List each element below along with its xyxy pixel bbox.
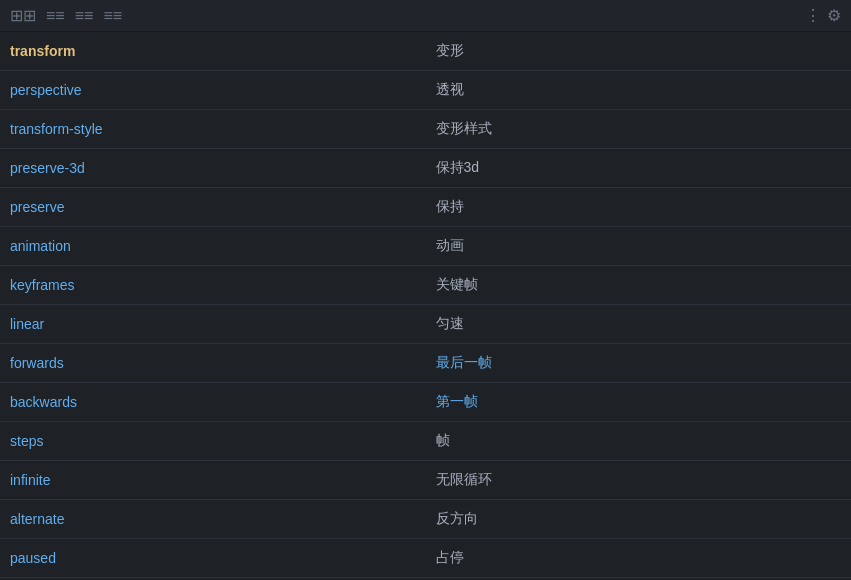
- table-row: forwards最后一帧: [0, 344, 851, 383]
- table-row: keyframes关键帧: [0, 266, 851, 305]
- keyword-cell: alternate: [0, 500, 426, 539]
- more-icon[interactable]: ⋮: [805, 6, 821, 25]
- vocabulary-table: transform变形perspective透视transform-style变…: [0, 32, 851, 580]
- table-row: preserve-3d保持3d: [0, 149, 851, 188]
- table-row: linear匀速: [0, 305, 851, 344]
- settings-icon[interactable]: ⚙: [827, 6, 841, 25]
- grid-icon[interactable]: ⊞: [10, 6, 36, 25]
- table-row: alternate反方向: [0, 500, 851, 539]
- table-row: animation动画: [0, 227, 851, 266]
- translation-cell: 反方向: [426, 500, 852, 539]
- toolbar: ⊞ ≡ ≡ ≡ ⋮ ⚙: [0, 0, 851, 32]
- translation-cell: 无限循环: [426, 461, 852, 500]
- toolbar-right: ⋮ ⚙: [805, 6, 841, 25]
- translation-cell: 保持: [426, 188, 852, 227]
- keyword-cell: keyframes: [0, 266, 426, 305]
- list3-icon[interactable]: ≡: [103, 7, 122, 25]
- table-row: paused占停: [0, 539, 851, 578]
- translation-cell: 保持3d: [426, 149, 852, 188]
- table-row: perspective透视: [0, 71, 851, 110]
- list1-icon[interactable]: ≡: [46, 7, 65, 25]
- toolbar-left: ⊞ ≡ ≡ ≡: [10, 6, 122, 25]
- translation-cell: 匀速: [426, 305, 852, 344]
- translation-cell: 透视: [426, 71, 852, 110]
- keyword-cell: perspective: [0, 71, 426, 110]
- keyword-cell: preserve-3d: [0, 149, 426, 188]
- keyword-cell: transform-style: [0, 110, 426, 149]
- keyword-cell: forwards: [0, 344, 426, 383]
- table-container: transform变形perspective透视transform-style变…: [0, 32, 851, 580]
- table-row: preserve保持: [0, 188, 851, 227]
- keyword-cell: paused: [0, 539, 426, 578]
- table-row: transform变形: [0, 32, 851, 71]
- table-row: transform-style变形样式: [0, 110, 851, 149]
- translation-cell: 第一帧: [426, 383, 852, 422]
- keyword-cell: steps: [0, 422, 426, 461]
- translation-cell: 占停: [426, 539, 852, 578]
- translation-cell: 关键帧: [426, 266, 852, 305]
- keyword-cell: transform: [0, 32, 426, 71]
- list2-icon[interactable]: ≡: [75, 7, 94, 25]
- keyword-cell: preserve: [0, 188, 426, 227]
- translation-cell: 动画: [426, 227, 852, 266]
- translation-cell: 变形: [426, 32, 852, 71]
- keyword-cell: backwards: [0, 383, 426, 422]
- keyword-cell: animation: [0, 227, 426, 266]
- table-row: steps帧: [0, 422, 851, 461]
- translation-cell: 变形样式: [426, 110, 852, 149]
- keyword-cell: linear: [0, 305, 426, 344]
- keyword-cell: infinite: [0, 461, 426, 500]
- table-row: backwards第一帧: [0, 383, 851, 422]
- translation-cell: 帧: [426, 422, 852, 461]
- table-row: infinite无限循环: [0, 461, 851, 500]
- translation-cell: 最后一帧: [426, 344, 852, 383]
